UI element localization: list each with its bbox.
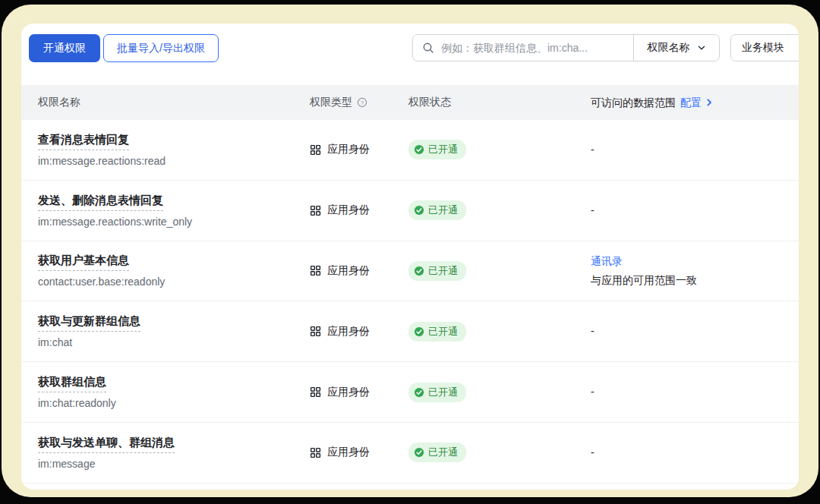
scope-dash: - <box>591 325 594 337</box>
scope-note: 与应用的可用范围一致 <box>591 271 799 290</box>
module-filter-dropdown[interactable]: 业务模块 <box>730 34 799 61</box>
permission-name[interactable]: 查看消息表情回复 <box>38 133 129 150</box>
table-row: 获取与发送单聊、群组消息 im:message 应用身份 已开通 - <box>21 423 799 484</box>
scope-dash: - <box>591 143 594 156</box>
permission-type-label: 应用身份 <box>327 325 370 339</box>
check-circle-icon <box>414 144 424 155</box>
table-row: 查看消息表情回复 im:message.reactions:read 应用身份 … <box>21 120 799 181</box>
permission-code: im:chat <box>38 336 310 348</box>
app-identity-grid-icon <box>310 265 321 276</box>
check-circle-icon <box>414 205 424 216</box>
status-badge: 已开通 <box>408 140 466 159</box>
data-scope-cell: - <box>591 443 799 462</box>
status-label: 已开通 <box>428 143 458 156</box>
search-box[interactable] <box>413 35 633 61</box>
status-label: 已开通 <box>428 386 458 399</box>
permission-type-label: 应用身份 <box>327 446 370 459</box>
data-scope-cell: 通讯录与应用的可用范围一致 <box>591 252 799 290</box>
permission-name[interactable]: 获取与更新群组信息 <box>38 314 140 332</box>
app-identity-grid-icon <box>310 144 321 156</box>
table-row: 发送、删除消息表情回复 im:message.reactions:write_o… <box>21 181 799 241</box>
header-permission-type: 权限类型 ? <box>310 96 408 109</box>
permission-name[interactable]: 获取与发送单聊、群组消息 <box>38 436 175 453</box>
svg-text:?: ? <box>361 99 364 106</box>
scope-dash: - <box>591 446 594 458</box>
status-label: 已开通 <box>428 264 458 278</box>
permission-type-label: 应用身份 <box>327 264 370 278</box>
status-badge: 已开通 <box>408 261 466 281</box>
header-permission-status: 权限状态 <box>408 96 591 109</box>
name-filter-dropdown[interactable]: 权限名称 <box>634 35 719 61</box>
table-row: 获取与更新群组信息 im:chat 应用身份 已开通 - <box>21 301 799 362</box>
permission-code: im:message.reactions:write_only <box>38 216 310 228</box>
help-question-icon[interactable]: ? <box>357 97 367 108</box>
check-circle-icon <box>414 387 424 398</box>
app-identity-grid-icon <box>310 447 321 458</box>
permission-type-label: 应用身份 <box>327 386 370 399</box>
search-icon <box>422 42 434 54</box>
screenshot-root: { "toolbar": { "primary_button": "开通权限",… <box>0 0 820 504</box>
chevron-down-icon <box>697 43 706 52</box>
permissions-panel: 开通权限 批量导入/导出权限 权限名称 业务模块 <box>21 24 799 490</box>
check-circle-icon <box>414 266 424 276</box>
status-badge: 已开通 <box>408 383 466 402</box>
batch-import-export-button[interactable]: 批量导入/导出权限 <box>103 34 219 62</box>
search-input[interactable] <box>441 42 624 54</box>
open-permission-button[interactable]: 开通权限 <box>29 34 100 62</box>
scope-dash: - <box>591 204 594 216</box>
permission-type-label: 应用身份 <box>327 203 370 217</box>
app-identity-grid-icon <box>310 386 321 398</box>
status-label: 已开通 <box>428 446 458 459</box>
table-row: 获取群组信息 im:chat:readonly 应用身份 已开通 - <box>21 362 799 423</box>
permission-name[interactable]: 发送、删除消息表情回复 <box>38 194 163 211</box>
permission-code: contact:user.base:readonly <box>38 276 310 288</box>
header-data-scope: 可访问的数据范围 配置 <box>591 93 799 112</box>
chevron-right-icon <box>705 98 714 107</box>
status-badge: 已开通 <box>408 443 466 462</box>
scope-dash: - <box>591 386 594 398</box>
table-header: 权限名称 权限类型 ? 权限状态 可访问的数据范围 配置 <box>21 85 799 120</box>
permission-code: im:message <box>38 458 310 470</box>
app-identity-grid-icon <box>310 205 321 216</box>
name-filter-label: 权限名称 <box>648 41 690 55</box>
page-frame: 开通权限 批量导入/导出权限 权限名称 业务模块 <box>2 5 818 497</box>
status-label: 已开通 <box>428 325 458 339</box>
permission-code: im:chat:readonly <box>38 397 310 409</box>
data-scope-cell: - <box>591 140 799 159</box>
scope-link[interactable]: 通讯录 <box>591 252 623 271</box>
module-filter-label: 业务模块 <box>742 41 784 55</box>
status-badge: 已开通 <box>408 322 466 342</box>
data-scope-cell: - <box>591 383 799 402</box>
table-row: 获取用户基本信息 contact:user.base:readonly 应用身份… <box>21 241 799 302</box>
data-scope-cell: - <box>591 322 799 341</box>
search-group: 权限名称 <box>412 34 720 61</box>
check-circle-icon <box>414 326 424 337</box>
status-label: 已开通 <box>428 203 458 217</box>
table-body: 查看消息表情回复 im:message.reactions:read 应用身份 … <box>21 120 799 484</box>
permission-name[interactable]: 获取用户基本信息 <box>38 254 129 271</box>
permission-type-label: 应用身份 <box>327 143 370 156</box>
data-scope-cell: - <box>591 201 799 220</box>
permission-code: im:message.reactions:read <box>38 155 310 167</box>
configure-scope-link[interactable]: 配置 <box>680 93 714 112</box>
app-identity-grid-icon <box>310 326 321 337</box>
permission-name[interactable]: 获取群组信息 <box>38 375 106 392</box>
check-circle-icon <box>414 447 424 458</box>
header-permission-name: 权限名称 <box>21 96 310 109</box>
status-badge: 已开通 <box>408 200 466 220</box>
